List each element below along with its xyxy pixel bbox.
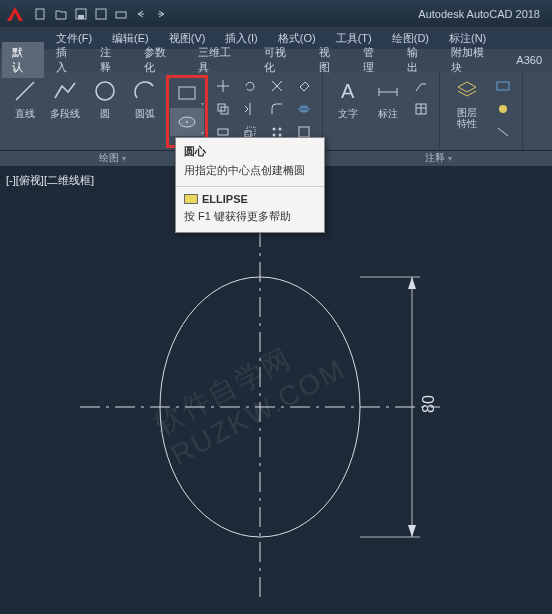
svg-rect-29 bbox=[497, 82, 509, 90]
svg-rect-12 bbox=[218, 129, 228, 135]
saveas-icon[interactable] bbox=[92, 5, 110, 23]
app-logo-icon[interactable] bbox=[4, 3, 26, 25]
dim-arrow-top bbox=[408, 277, 416, 289]
svg-point-16 bbox=[279, 128, 282, 131]
dimension-text: 80 bbox=[420, 395, 438, 413]
tooltip-title: 圆心 bbox=[176, 138, 324, 161]
quick-access-toolbar bbox=[32, 5, 170, 23]
erase-button[interactable] bbox=[292, 75, 316, 97]
layer-properties-button[interactable]: 图层 特性 bbox=[446, 75, 488, 148]
svg-point-30 bbox=[499, 105, 507, 113]
tooltip-command: ELLIPSE bbox=[176, 187, 324, 207]
svg-text:A: A bbox=[341, 80, 355, 102]
leader-button[interactable] bbox=[409, 75, 433, 97]
dim-arrow-bottom bbox=[408, 525, 416, 537]
svg-line-5 bbox=[16, 82, 34, 100]
panel-annotate: A 文字 标注 bbox=[323, 71, 440, 150]
svg-rect-0 bbox=[36, 9, 44, 19]
move-button[interactable] bbox=[210, 75, 236, 97]
layer-match-button[interactable] bbox=[490, 121, 516, 143]
copy-button[interactable] bbox=[210, 98, 236, 120]
dimension-icon bbox=[374, 77, 402, 105]
svg-rect-2 bbox=[78, 15, 84, 19]
fillet-button[interactable] bbox=[264, 98, 290, 120]
svg-point-15 bbox=[273, 128, 276, 131]
line-button[interactable]: 直线 bbox=[6, 75, 44, 148]
rectangle-button[interactable]: ▾ bbox=[170, 79, 204, 107]
polyline-icon bbox=[51, 77, 79, 105]
trim-button[interactable] bbox=[264, 75, 290, 97]
circle-button[interactable]: 圆 bbox=[86, 75, 124, 148]
ellipse-tooltip: 圆心 用指定的中心点创建椭圆 ELLIPSE 按 F1 键获得更多帮助 bbox=[175, 137, 325, 233]
table-button[interactable] bbox=[409, 98, 433, 120]
layer-iso-button[interactable] bbox=[490, 98, 516, 120]
panel-label-draw[interactable]: 绘图▼ bbox=[99, 151, 128, 166]
svg-point-9 bbox=[186, 121, 188, 123]
save-icon[interactable] bbox=[72, 5, 90, 23]
offset-button[interactable] bbox=[292, 98, 316, 120]
text-button[interactable]: A 文字 bbox=[329, 75, 367, 148]
mirror-button[interactable] bbox=[237, 98, 263, 120]
plot-icon[interactable] bbox=[112, 5, 130, 23]
layers-icon bbox=[453, 77, 481, 105]
viewport[interactable]: [-][俯视][二维线框] 软件自学网 RUZKW.COM 80 圆心 用指定的… bbox=[0, 167, 552, 614]
dimension-button[interactable]: 标注 bbox=[369, 75, 407, 148]
rotate-button[interactable] bbox=[237, 75, 263, 97]
tooltip-description: 用指定的中心点创建椭圆 bbox=[176, 161, 324, 186]
command-icon bbox=[184, 194, 198, 204]
panel-layers: 图层 特性 bbox=[440, 71, 523, 150]
ribbon-tabs: 默认 插入 注释 参数化 三维工具 可视化 视图 管理 输出 附加模块 A360 bbox=[0, 49, 552, 71]
svg-rect-7 bbox=[179, 87, 195, 99]
open-icon[interactable] bbox=[52, 5, 70, 23]
polyline-button[interactable]: 多段线 bbox=[46, 75, 84, 148]
arc-icon bbox=[131, 77, 159, 105]
panel-label-annotate[interactable]: 注释▼ bbox=[425, 151, 454, 166]
svg-rect-3 bbox=[96, 9, 106, 19]
svg-point-20 bbox=[301, 108, 307, 111]
tooltip-help: 按 F1 键获得更多帮助 bbox=[176, 207, 324, 232]
ellipse-center-button[interactable]: ▾ bbox=[170, 108, 204, 136]
drawing-canvas bbox=[0, 167, 552, 614]
text-icon: A bbox=[334, 77, 362, 105]
arc-button[interactable]: 圆弧 bbox=[126, 75, 164, 148]
redo-icon[interactable] bbox=[152, 5, 170, 23]
line-icon bbox=[11, 77, 39, 105]
tab-a360[interactable]: A360 bbox=[506, 51, 552, 69]
circle-icon bbox=[91, 77, 119, 105]
title-bar: Autodesk AutoCAD 2018 bbox=[0, 0, 552, 27]
undo-icon[interactable] bbox=[132, 5, 150, 23]
svg-rect-21 bbox=[299, 127, 309, 137]
app-title: Autodesk AutoCAD 2018 bbox=[418, 8, 548, 20]
svg-point-6 bbox=[96, 82, 114, 100]
layer-state-button[interactable] bbox=[490, 75, 516, 97]
new-icon[interactable] bbox=[32, 5, 50, 23]
svg-rect-4 bbox=[116, 12, 126, 18]
